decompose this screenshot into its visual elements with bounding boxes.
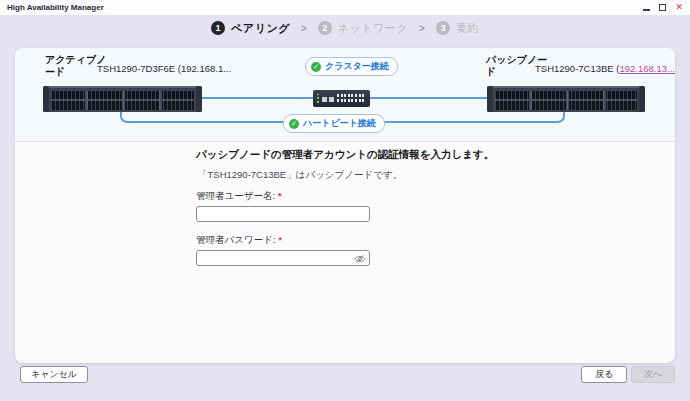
step-label: 要約 [456, 21, 479, 36]
password-label-text: 管理者パスワード: [196, 234, 276, 245]
password-label: 管理者パスワード:* [196, 234, 282, 247]
chevron-right-icon: > [301, 23, 307, 34]
close-icon[interactable]: ✕ [675, 4, 683, 11]
cluster-connection-badge: ✓ クラスター接続 [305, 57, 398, 76]
wizard-stepper: 1 ペアリング > 2 ネットワーク > 3 要約 [0, 20, 690, 36]
step-number: 3 [436, 21, 450, 35]
passive-server-illustration [487, 86, 645, 112]
switch-sfp-ports [322, 97, 335, 102]
eye-off-icon[interactable] [354, 250, 366, 260]
password-field-wrap [196, 247, 370, 263]
step-number: 2 [318, 21, 332, 35]
server-drive-bays [51, 91, 194, 110]
heartbeat-connection-badge: ✓ ハートビート接続 [283, 114, 385, 133]
cancel-button[interactable]: キャンセル [20, 366, 88, 383]
window-controls: ✕ [643, 4, 683, 11]
required-asterisk: * [279, 235, 283, 245]
window-titlebar: High Availability Manager ✕ [0, 0, 690, 15]
active-server-illustration [43, 86, 202, 112]
switch-port-row [337, 99, 366, 102]
check-icon: ✓ [311, 62, 321, 72]
passive-node-name: TSH1290-7C13BE (192.168.13... [535, 63, 675, 74]
cluster-badge-label: クラスター接続 [325, 60, 389, 73]
switch-led-icon [317, 94, 319, 103]
heartbeat-badge-label: ハートビート接続 [303, 117, 376, 130]
cluster-connection-line-left [202, 97, 313, 99]
cluster-connection-line-right [370, 97, 487, 99]
network-switch-illustration [313, 90, 370, 107]
password-input[interactable] [196, 250, 370, 266]
maximize-icon[interactable] [659, 4, 666, 11]
username-label-text: 管理者ユーザー名: [196, 190, 275, 201]
passive-node-name-prefix: TSH1290-7C13BE ( [535, 63, 619, 74]
required-asterisk: * [278, 191, 282, 201]
form-heading: パッシブノードの管理者アカウントの認証情報を入力します。 [196, 148, 494, 162]
chevron-right-icon: > [419, 23, 425, 34]
step-network: 2 ネットワーク [318, 21, 408, 36]
active-node-name: TSH1290-7D3F6E (192.168.1... [97, 63, 231, 74]
window-title: High Availability Manager [7, 3, 643, 12]
step-number: 1 [211, 21, 225, 35]
username-label: 管理者ユーザー名:* [196, 190, 282, 203]
step-summary: 3 要約 [436, 21, 479, 36]
minimize-icon[interactable] [643, 4, 650, 11]
server-drive-bays [495, 91, 637, 110]
topology-diagram: アクティブノード TSH1290-7D3F6E (192.168.1... ✓ … [15, 48, 675, 142]
username-input[interactable] [196, 206, 370, 222]
step-pairing: 1 ペアリング [211, 21, 290, 36]
username-field-wrap [196, 203, 370, 219]
next-button[interactable]: 次へ [631, 366, 675, 383]
high-availability-manager-window: High Availability Manager ✕ 1 ペアリング > 2 … [0, 0, 690, 401]
step-label: ネットワーク [338, 21, 408, 36]
passive-node-ip-link[interactable]: 192.168.13... [619, 63, 674, 74]
form-note: 「TSH1290-7C13BE」はパッシブノードです。 [198, 169, 402, 182]
wizard-card: アクティブノード TSH1290-7D3F6E (192.168.1... ✓ … [15, 48, 675, 363]
check-icon: ✓ [289, 119, 299, 129]
switch-port-row [337, 94, 366, 97]
back-button[interactable]: 戻る [581, 366, 627, 383]
step-label: ペアリング [231, 21, 290, 36]
